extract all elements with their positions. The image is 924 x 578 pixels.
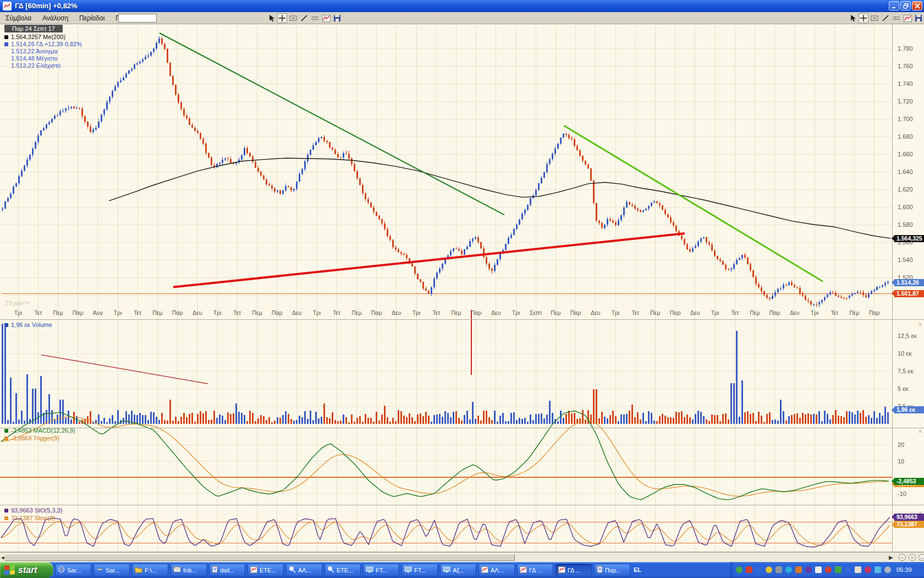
taskbar-button-1[interactable]: Sar... (55, 564, 91, 576)
start-button[interactable]: start (0, 562, 53, 578)
date-axis-label: Πεμ (845, 309, 863, 316)
tray-icon-16[interactable] (884, 566, 891, 573)
taskbar-button-5[interactable]: dail... (209, 564, 245, 576)
tray-icon-8[interactable] (805, 566, 812, 573)
scrollbar-thumb[interactable] (4, 554, 515, 561)
trendline-tool-icon[interactable] (881, 13, 890, 23)
chart-icon (481, 566, 488, 574)
date-axis-label: Τρι (507, 309, 525, 316)
taskbar-button-8[interactable]: ETE... (324, 564, 361, 576)
magnifier-icon (289, 566, 296, 574)
zoom-fit-button[interactable]: ↔ (919, 554, 924, 561)
minimize-button[interactable] (889, 1, 899, 10)
menu-Σύμβολα[interactable]: Σύμβολα (0, 12, 37, 22)
pointer-tool-icon[interactable] (266, 13, 276, 23)
price-axis-tick: 1.580 (898, 221, 913, 228)
tray-icon-3[interactable] (756, 566, 762, 573)
save-tool-icon[interactable] (332, 13, 342, 23)
taskbar-button-9[interactable]: FT... (363, 564, 399, 576)
legend-swatch (4, 509, 8, 512)
macd-value-box: -2,4853 (894, 478, 924, 485)
tray-icon-4[interactable] (766, 566, 772, 573)
date-axis-label: Παρ (866, 309, 883, 316)
close-button[interactable] (912, 1, 922, 10)
tray-icon-1[interactable] (736, 566, 743, 573)
doc-icon (597, 566, 603, 574)
pane-close-icon[interactable]: × (917, 322, 923, 329)
date-axis-label: Δευ (388, 309, 405, 316)
monitor-icon (404, 566, 412, 574)
measure-tool-icon[interactable] (310, 13, 320, 23)
taskbar-button-15[interactable]: Παρ... (594, 564, 630, 576)
pane-close-icon[interactable]: × (917, 429, 923, 435)
date-axis-label: Πεμ (348, 309, 365, 316)
crosshair-tool-icon[interactable] (859, 13, 868, 23)
tray-icon-9[interactable] (815, 566, 822, 573)
date-axis-label: Πεμ (248, 309, 266, 316)
tray-icon-5[interactable] (776, 566, 782, 573)
tray-icon-12[interactable] (845, 566, 851, 573)
date-axis-label: Τετ (228, 309, 246, 316)
restore-button[interactable] (900, 1, 911, 10)
taskbar-button-6[interactable]: ETE... (248, 564, 284, 576)
zoom-box-tool-icon[interactable] (288, 13, 298, 23)
system-tray (730, 562, 924, 578)
date-axis-label: Τετ (826, 309, 843, 316)
legend-swatch (4, 437, 8, 440)
monitor-icon (366, 566, 373, 574)
horizontal-scrollbar[interactable]: ◀ ▶ − + ↔ (0, 552, 924, 562)
date-axis-label: Παρ (268, 309, 286, 316)
date-axis-label: Πεμ (447, 309, 465, 316)
magnifier-icon (327, 566, 334, 574)
tray-icon-11[interactable] (835, 566, 842, 573)
menu-Ανάλυση[interactable]: Ανάλυση (37, 12, 74, 22)
date-axis-label: Τρι (9, 309, 27, 316)
scroll-right-icon[interactable]: ▶ (889, 554, 893, 561)
taskbar-button-3[interactable]: F:\... (132, 564, 168, 576)
chart-icon (250, 566, 257, 574)
chart-date-label: Παρ 24 Σεπτ 17 (4, 25, 63, 32)
zoom-out-button[interactable]: − (899, 554, 906, 561)
taskbar-button-13[interactable]: ΓΔ ... (517, 564, 553, 576)
price-axis-tick: 1.660 (898, 151, 913, 157)
measure-tool-icon[interactable] (892, 13, 901, 23)
taskbar-button-10[interactable]: FT... (402, 564, 438, 576)
legend-swatch (4, 516, 8, 520)
language-indicator[interactable]: EL (634, 566, 641, 573)
date-axis-label: Τρι (408, 309, 425, 316)
trendline-tool-icon[interactable] (299, 13, 309, 23)
tray-icon-10[interactable] (825, 566, 832, 573)
save-tool-icon[interactable] (914, 13, 923, 23)
taskbar-button-4[interactable]: Inb... (170, 564, 207, 576)
chart-canvas[interactable] (0, 0, 924, 578)
stoch-value-box: 93,9663 (894, 514, 924, 521)
taskbar-button-7[interactable]: ΑΛ... (286, 564, 322, 576)
date-axis-label: Δευ (288, 309, 306, 316)
taskbar-button-2[interactable]: Sar... (94, 564, 130, 576)
chart-tool-icon[interactable] (321, 13, 331, 23)
date-axis-label: Δευ (587, 309, 604, 316)
date-axis-label: Δευ (487, 309, 505, 316)
tray-icon-13[interactable] (855, 566, 861, 573)
symbol-input[interactable] (118, 14, 157, 23)
pointer-tool-icon[interactable] (848, 13, 857, 23)
tray-icon-2[interactable] (746, 566, 752, 573)
taskbar-button-12[interactable]: ΑΛ... (479, 564, 515, 576)
zoom-box-tool-icon[interactable] (870, 13, 879, 23)
taskbar-button-11[interactable]: Αξ... (440, 564, 476, 576)
crosshair-tool-icon[interactable] (277, 13, 287, 23)
date-axis-label: Τρι (208, 309, 226, 316)
tray-icon-15[interactable] (875, 566, 881, 573)
tray-icon-7[interactable] (795, 566, 802, 573)
tray-icon-6[interactable] (785, 566, 792, 573)
date-axis-label: Σεπτ (527, 309, 544, 316)
chart-icon (558, 566, 565, 574)
date-axis-label: Πεμ (646, 309, 664, 316)
menu-Περίοδοι[interactable]: Περίοδοι (74, 12, 110, 22)
date-axis-label: Παρ (368, 309, 386, 316)
taskbar-button-14[interactable]: ΓΔ ... (556, 564, 592, 576)
date-axis-label: Τετ (626, 309, 644, 316)
chart-tool-icon[interactable] (903, 13, 912, 23)
tray-icon-14[interactable] (865, 566, 871, 573)
zoom-in-button[interactable]: + (909, 554, 916, 561)
